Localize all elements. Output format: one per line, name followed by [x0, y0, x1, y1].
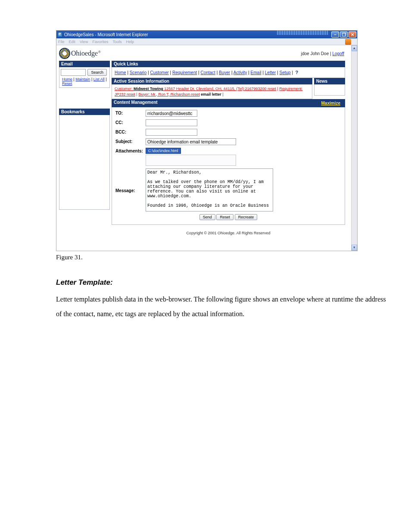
ql-setup[interactable]: Setup [280, 70, 291, 75]
close-button[interactable]: ✕ [349, 31, 356, 37]
ql-scenario[interactable]: Scenario [130, 70, 146, 75]
subject-input[interactable] [146, 138, 236, 145]
recreate-button[interactable]: Recreate [235, 214, 258, 220]
news-body [314, 84, 345, 96]
ql-requirement[interactable]: Requirement [172, 70, 197, 75]
cc-input[interactable] [146, 119, 197, 126]
body-paragraph: Letter templates publish data in the web… [56, 292, 387, 321]
to-input[interactable] [146, 110, 197, 117]
quick-links-body: Home | Scenario | Customer | Requirement… [112, 67, 345, 78]
menu-view[interactable]: View [80, 40, 88, 44]
section-heading: Letter Template: [56, 278, 387, 287]
session-trail: email letter [201, 92, 221, 96]
ql-customer[interactable]: Customer [150, 70, 168, 75]
left-link-home[interactable]: Home [62, 77, 72, 81]
browser-menubar: File Edit View Favorites Tools Help [56, 38, 357, 45]
session-customer-link[interactable]: Customer: Midwest Towing 12567 Header Dr… [115, 87, 276, 91]
menu-tools[interactable]: Tools [112, 40, 121, 44]
bookmarks-panel-body [59, 115, 110, 210]
bookmarks-panel-header: Bookmarks [59, 109, 110, 115]
menu-favorites[interactable]: Favorites [92, 40, 108, 44]
send-button[interactable]: Send [199, 214, 215, 220]
email-panel-header: Email [59, 61, 110, 67]
vertical-scrollbar[interactable]: ▴ ▾ [351, 45, 357, 251]
windows-flag-icon [345, 39, 351, 45]
message-label: Message: [115, 187, 146, 193]
window-titlebar: OhioedgeSales - Microsoft Internet Explo… [56, 31, 357, 38]
brand-logo-icon [59, 48, 70, 59]
menu-edit[interactable]: Edit [69, 40, 76, 44]
minimize-button[interactable]: – [331, 31, 339, 37]
ql-home[interactable]: Home [115, 70, 126, 75]
reset-button[interactable]: Reset [216, 214, 234, 220]
figure-caption: Figure 31. [56, 254, 387, 261]
session-buyer-link[interactable]: Buyer: Mr., Ron T, Richardson reset [138, 92, 199, 96]
to-label: TO: [115, 110, 146, 115]
subject-label: Subject: [115, 138, 146, 144]
ql-email[interactable]: Email [251, 70, 262, 75]
maximize-link[interactable]: Maximize [319, 100, 343, 106]
left-nav-links: Home | Maintain | List All | Reset [62, 76, 107, 86]
bcc-input[interactable] [146, 129, 197, 136]
message-textarea[interactable] [146, 168, 273, 212]
menu-help[interactable]: Help [126, 40, 134, 44]
search-input[interactable] [61, 69, 86, 76]
content-management-body: TO: CC: BCC: [112, 107, 345, 225]
window-title: OhioedgeSales - Microsoft Internet Explo… [64, 32, 148, 37]
ql-contact[interactable]: Contact [200, 70, 215, 75]
ie-icon [57, 32, 62, 37]
attachments-label: Attachments: [115, 148, 146, 153]
content-management-header: Content Management Maximize [112, 99, 345, 107]
left-link-list-all[interactable]: List All [93, 77, 105, 81]
session-info-body: Customer: Midwest Towing 12567 Header Dr… [112, 84, 312, 99]
left-link-reset[interactable]: Reset [62, 81, 72, 86]
search-button[interactable]: Search [87, 69, 107, 76]
logoff-link[interactable]: Logoff [332, 51, 344, 56]
bcc-label: BCC: [115, 129, 146, 134]
news-header: News [314, 78, 345, 84]
screenshot-window: OhioedgeSales - Microsoft Internet Explo… [56, 30, 358, 251]
ql-letter[interactable]: Letter [265, 70, 276, 75]
brand-name: Ohioedge® [71, 50, 101, 57]
left-link-maintain[interactable]: Maintain [75, 77, 90, 81]
scroll-down-icon[interactable]: ▾ [352, 245, 357, 251]
scroll-up-icon[interactable]: ▴ [352, 45, 357, 51]
copyright-text: Copyright © 2001 Ohioedge. All Rights Re… [112, 231, 345, 235]
titlebar-grip [277, 31, 329, 35]
maximize-button[interactable]: ❐ [340, 31, 348, 37]
session-info-header: Active Session Information [112, 78, 312, 84]
ql-buyer[interactable]: Buyer [219, 70, 230, 75]
quick-links-header: Quick Links [112, 61, 345, 67]
brand-logo: Ohioedge® [59, 48, 101, 59]
menu-file[interactable]: File [58, 40, 65, 44]
cc-label: CC: [115, 119, 146, 125]
help-icon[interactable]: ? [294, 69, 299, 74]
user-name: jdoe John Doe [301, 51, 329, 56]
ql-activity[interactable]: Activity [234, 70, 247, 75]
user-info: jdoe John Doe | Logoff [301, 51, 344, 56]
attachment-drop-area[interactable] [146, 155, 236, 166]
content-management-title: Content Management [114, 100, 158, 106]
attachment-file[interactable]: C:\doc\index.html [146, 148, 181, 154]
